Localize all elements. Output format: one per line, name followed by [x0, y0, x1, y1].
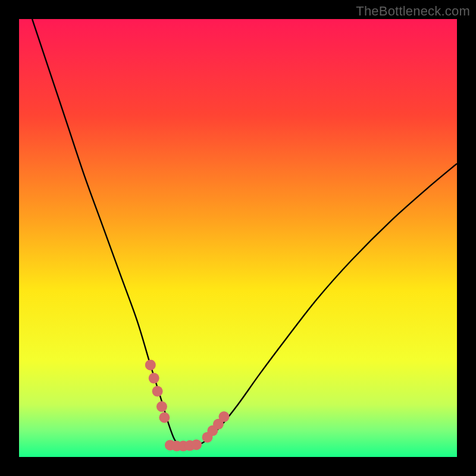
marker-dot: [218, 411, 229, 422]
marker-dot: [149, 373, 159, 384]
watermark-text: TheBottleneck.com: [356, 4, 470, 19]
marker-dot: [159, 412, 170, 423]
gradient-background: [19, 19, 457, 457]
marker-dot: [156, 401, 167, 412]
bottleneck-chart: [19, 19, 457, 457]
marker-dot: [145, 359, 156, 370]
chart-frame: [19, 19, 457, 457]
marker-dot: [191, 439, 202, 450]
marker-dot: [152, 386, 163, 397]
